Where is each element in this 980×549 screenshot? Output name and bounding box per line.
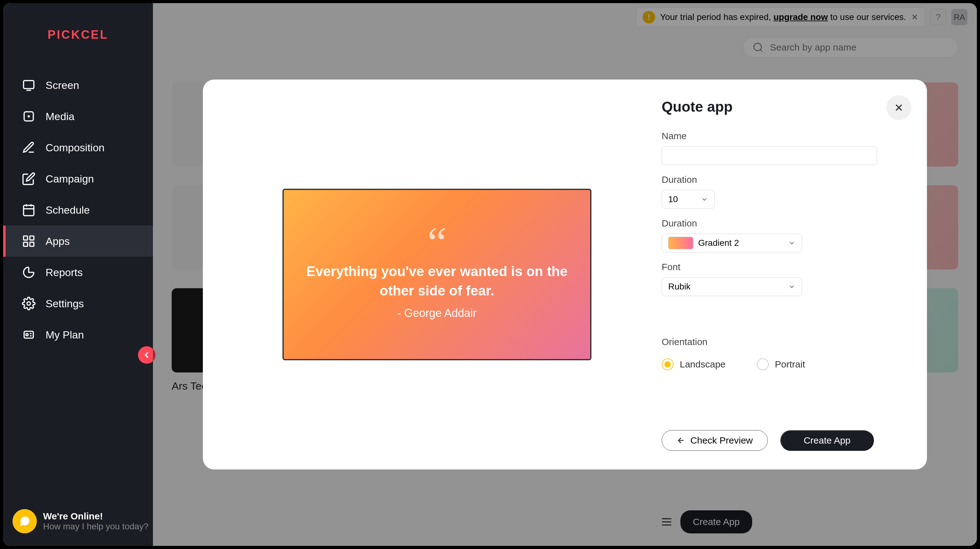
duration-label: Duration bbox=[662, 175, 899, 185]
sidebar-item-campaign[interactable]: Campaign bbox=[3, 163, 153, 194]
name-input[interactable] bbox=[662, 146, 877, 165]
modal-actions: Check Preview Create App bbox=[662, 418, 899, 451]
modal-overlay: “ Everything you've ever wanted is on th… bbox=[153, 3, 977, 546]
sidebar-item-label: Settings bbox=[46, 298, 84, 310]
sidebar-item-label: My Plan bbox=[46, 329, 84, 341]
main-nav: Screen Media Composition Campaign Schedu… bbox=[3, 57, 153, 350]
svg-point-14 bbox=[26, 333, 28, 336]
quote-app-modal: “ Everything you've ever wanted is on th… bbox=[203, 79, 927, 470]
radio-label: Landscape bbox=[680, 359, 725, 370]
sidebar-item-label: Media bbox=[46, 110, 75, 122]
sidebar-item-label: Composition bbox=[46, 141, 105, 154]
font-value: Rubik bbox=[668, 282, 691, 292]
font-select[interactable]: Rubik bbox=[662, 277, 802, 296]
sidebar-item-label: Apps bbox=[46, 235, 70, 248]
brand-name: PICKCEL bbox=[48, 28, 108, 41]
chat-prompt: How may I help you today? bbox=[43, 522, 149, 532]
radio-landscape[interactable]: Landscape bbox=[662, 359, 725, 370]
quote-author: - George Addair bbox=[397, 307, 477, 320]
check-preview-button[interactable]: Check Preview bbox=[662, 430, 768, 451]
main-content: ! Your trial period has expired, upgrade… bbox=[153, 3, 977, 546]
duration2-label: Duration bbox=[662, 218, 899, 228]
chat-text: We're Online! How may I help you today? bbox=[43, 511, 149, 532]
orientation-label: Orientation bbox=[662, 336, 899, 347]
screen-icon bbox=[22, 78, 36, 92]
chat-widget[interactable]: We're Online! How may I help you today? bbox=[13, 509, 149, 533]
create-app-submit-button[interactable]: Create App bbox=[780, 430, 874, 451]
svg-rect-8 bbox=[24, 236, 28, 240]
composition-icon bbox=[22, 141, 36, 154]
sidebar-item-screen[interactable]: Screen bbox=[3, 70, 153, 101]
gradient-value: Gradient 2 bbox=[698, 238, 739, 248]
sidebar-item-media[interactable]: Media bbox=[3, 101, 153, 132]
modal-title: Quote app bbox=[662, 98, 899, 115]
svg-rect-10 bbox=[24, 242, 28, 246]
chevron-down-icon bbox=[788, 283, 795, 290]
sidebar-item-label: Schedule bbox=[46, 204, 90, 216]
arrow-left-icon bbox=[677, 436, 686, 445]
chevron-down-icon bbox=[788, 239, 795, 247]
campaign-icon bbox=[22, 172, 36, 186]
name-label: Name bbox=[662, 131, 899, 141]
duration-value: 10 bbox=[668, 194, 678, 204]
modal-close-button[interactable] bbox=[886, 95, 912, 120]
apps-icon bbox=[22, 234, 36, 248]
gradient-swatch bbox=[668, 237, 693, 249]
svg-point-12 bbox=[27, 302, 30, 305]
font-label: Font bbox=[662, 262, 899, 272]
radio-icon bbox=[757, 359, 769, 370]
calendar-icon bbox=[22, 203, 36, 217]
radio-label: Portrait bbox=[775, 359, 805, 370]
quote-mark-icon: “ bbox=[427, 229, 447, 255]
chat-icon bbox=[13, 509, 37, 533]
quote-text: Everything you've ever wanted is on the … bbox=[302, 262, 571, 300]
reports-icon bbox=[22, 265, 36, 279]
media-icon bbox=[22, 109, 36, 123]
sidebar-item-label: Campaign bbox=[46, 173, 94, 185]
quote-preview: “ Everything you've ever wanted is on th… bbox=[282, 189, 592, 360]
sidebar-item-label: Reports bbox=[46, 267, 83, 279]
radio-icon bbox=[662, 359, 673, 370]
sidebar-item-myplan[interactable]: My Plan bbox=[3, 319, 153, 350]
modal-preview-pane: “ Everything you've ever wanted is on th… bbox=[231, 98, 643, 451]
logo: PICKCEL bbox=[3, 3, 153, 57]
chat-status: We're Online! bbox=[43, 511, 149, 522]
gradient-select[interactable]: Gradient 2 bbox=[662, 234, 802, 252]
duration-select[interactable]: 10 bbox=[662, 190, 715, 209]
svg-rect-0 bbox=[24, 81, 34, 89]
svg-rect-4 bbox=[24, 205, 34, 216]
svg-rect-9 bbox=[30, 236, 34, 240]
sidebar-item-composition[interactable]: Composition bbox=[3, 132, 153, 163]
sidebar-item-reports[interactable]: Reports bbox=[3, 257, 153, 288]
svg-point-3 bbox=[28, 116, 29, 117]
sidebar-item-schedule[interactable]: Schedule bbox=[3, 194, 153, 225]
sidebar-item-settings[interactable]: Settings bbox=[3, 288, 153, 319]
gear-icon bbox=[22, 297, 36, 310]
modal-form: Quote app Name Duration 10 Duration bbox=[643, 98, 899, 451]
sidebar-item-apps[interactable]: Apps bbox=[3, 225, 153, 257]
chevron-down-icon bbox=[701, 195, 708, 203]
sidebar-item-label: Screen bbox=[46, 79, 79, 91]
orientation-radio-group: Landscape Portrait bbox=[662, 359, 899, 370]
sidebar: PICKCEL Screen Media Composition Campaig… bbox=[3, 3, 153, 546]
svg-rect-11 bbox=[30, 242, 34, 246]
plan-icon bbox=[22, 328, 36, 341]
radio-portrait[interactable]: Portrait bbox=[757, 359, 805, 370]
